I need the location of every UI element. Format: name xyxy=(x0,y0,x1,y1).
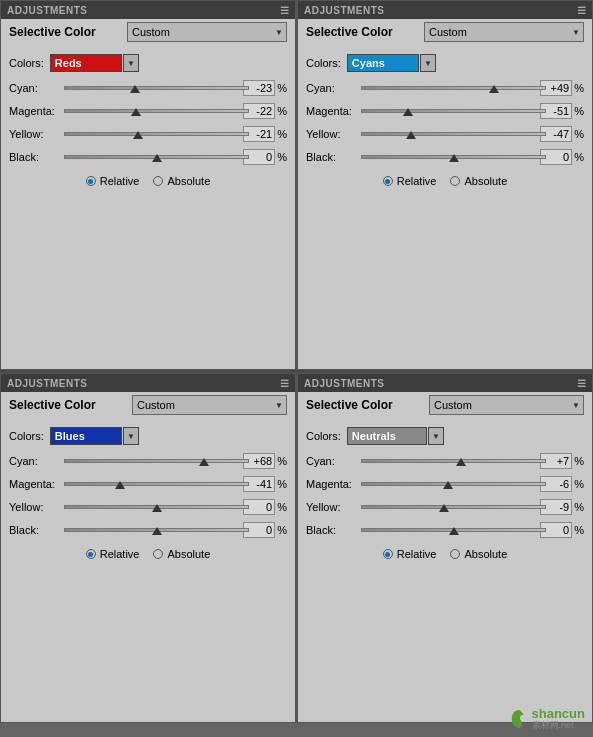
slider-row-magenta-3: Magenta: % xyxy=(9,476,287,492)
slider-track-black-3[interactable] xyxy=(64,523,249,537)
selective-color-label-3: Selective Color xyxy=(9,398,96,412)
radio-circle-absolute-3 xyxy=(153,549,163,559)
slider-row-yellow-2: Yellow: % xyxy=(306,126,584,142)
slider-row-cyan-3: Cyan: % xyxy=(9,453,287,469)
slider-track-cyan-3[interactable] xyxy=(64,454,249,468)
slider-pct-magenta-4: % xyxy=(574,478,584,490)
radio-absolute-3[interactable]: Absolute xyxy=(153,548,210,560)
color-swatch-4[interactable]: Neutrals xyxy=(347,427,427,445)
panel-menu-icon-4[interactable]: ☰ xyxy=(577,378,586,389)
slider-track-yellow-3[interactable] xyxy=(64,500,249,514)
slider-track-yellow-2[interactable] xyxy=(361,127,546,141)
preset-select-wrapper-3[interactable]: Custom ▼ xyxy=(132,395,287,415)
slider-pct-cyan-3: % xyxy=(277,455,287,467)
color-swatch-3[interactable]: Blues xyxy=(50,427,122,445)
preset-select-4[interactable]: Custom xyxy=(429,395,584,415)
slider-group-4: Cyan: % Magenta: xyxy=(306,453,584,538)
radio-absolute-4[interactable]: Absolute xyxy=(450,548,507,560)
slider-row-magenta-4: Magenta: % xyxy=(306,476,584,492)
slider-pct-cyan-2: % xyxy=(574,82,584,94)
slider-label-cyan-4: Cyan: xyxy=(306,455,361,467)
radio-relative-4[interactable]: Relative xyxy=(383,548,437,560)
slider-label-black-2: Black: xyxy=(306,151,361,163)
preset-select-2[interactable]: Custom xyxy=(424,22,584,42)
slider-pct-black-1: % xyxy=(277,151,287,163)
radio-relative-3[interactable]: Relative xyxy=(86,548,140,560)
panel-top-left: ADJUSTMENTS ☰ Selective Color Custom ▼ C… xyxy=(0,0,296,370)
slider-track-magenta-4[interactable] xyxy=(361,477,546,491)
slider-label-black-3: Black: xyxy=(9,524,64,536)
selective-color-label-1: Selective Color xyxy=(9,25,96,39)
preset-select-3[interactable]: Custom xyxy=(132,395,287,415)
color-dropdown-arrow-3[interactable]: ▼ xyxy=(123,427,139,445)
slider-track-cyan-2[interactable] xyxy=(361,81,546,95)
color-dropdown-arrow-2[interactable]: ▼ xyxy=(420,54,436,72)
radio-label-relative-1: Relative xyxy=(100,175,140,187)
color-swatch-2[interactable]: Cyans xyxy=(347,54,419,72)
colors-row-3: Colors: Blues ▼ xyxy=(9,427,287,445)
slider-track-black-2[interactable] xyxy=(361,150,546,164)
watermark-sub: 素材网 xyxy=(532,721,559,731)
slider-label-cyan-3: Cyan: xyxy=(9,455,64,467)
panel-header-title: ADJUSTMENTS xyxy=(7,5,88,16)
preset-select-wrapper-1[interactable]: Custom ▼ xyxy=(127,22,287,42)
watermark: shancun 素材网 .net xyxy=(508,707,585,731)
slider-track-magenta-1[interactable] xyxy=(64,104,249,118)
preset-select-1[interactable]: Custom xyxy=(127,22,287,42)
slider-pct-yellow-4: % xyxy=(574,501,584,513)
radio-label-relative-2: Relative xyxy=(397,175,437,187)
panel-top-right: ADJUSTMENTS ☰ Selective Color Custom ▼ C… xyxy=(296,0,593,370)
color-swatch-text-4: Neutrals xyxy=(352,430,396,442)
slider-row-black-1: Black: % xyxy=(9,149,287,165)
panel-menu-icon-3[interactable]: ☰ xyxy=(280,378,289,389)
slider-group-3: Cyan: % Magenta: xyxy=(9,453,287,538)
panel-menu-icon-2[interactable]: ☰ xyxy=(577,5,586,16)
slider-track-magenta-3[interactable] xyxy=(64,477,249,491)
color-swatch-text-1: Reds xyxy=(55,57,82,69)
panel-bottom-right: ADJUSTMENTS ☰ Selective Color Custom ▼ C… xyxy=(296,373,593,723)
slider-row-yellow-1: Yellow: % xyxy=(9,126,287,142)
radio-circle-relative-1 xyxy=(86,176,96,186)
slider-label-yellow-2: Yellow: xyxy=(306,128,361,140)
slider-track-yellow-4[interactable] xyxy=(361,500,546,514)
preset-select-wrapper-4[interactable]: Custom ▼ xyxy=(429,395,584,415)
color-dropdown-arrow-4[interactable]: ▼ xyxy=(428,427,444,445)
panel-header-bottom-right: ADJUSTMENTS ☰ xyxy=(298,374,592,392)
radio-circle-relative-3 xyxy=(86,549,96,559)
radio-row-3: Relative Absolute xyxy=(9,548,287,560)
colors-row-4: Colors: Neutrals ▼ xyxy=(306,427,584,445)
color-swatch-text-2: Cyans xyxy=(352,57,385,69)
slider-row-magenta-1: Magenta: % xyxy=(9,103,287,119)
slider-row-magenta-2: Magenta: % xyxy=(306,103,584,119)
slider-row-black-3: Black: % xyxy=(9,522,287,538)
colors-label-3: Colors: xyxy=(9,430,44,442)
color-swatch-1[interactable]: Reds xyxy=(50,54,122,72)
radio-relative-1[interactable]: Relative xyxy=(86,175,140,187)
colors-label-4: Colors: xyxy=(306,430,341,442)
slider-row-cyan-2: Cyan: % xyxy=(306,80,584,96)
slider-pct-black-3: % xyxy=(277,524,287,536)
preset-select-wrapper-2[interactable]: Custom ▼ xyxy=(424,22,584,42)
radio-absolute-1[interactable]: Absolute xyxy=(153,175,210,187)
slider-group-1: Cyan: % Magenta: xyxy=(9,80,287,165)
radio-relative-2[interactable]: Relative xyxy=(383,175,437,187)
slider-pct-cyan-4: % xyxy=(574,455,584,467)
color-dropdown-arrow-1[interactable]: ▼ xyxy=(123,54,139,72)
panel-menu-icon[interactable]: ☰ xyxy=(280,5,289,16)
radio-label-absolute-2: Absolute xyxy=(464,175,507,187)
slider-track-black-4[interactable] xyxy=(361,523,546,537)
slider-label-cyan-2: Cyan: xyxy=(306,82,361,94)
slider-track-yellow-1[interactable] xyxy=(64,127,249,141)
colors-row-2: Colors: Cyans ▼ xyxy=(306,54,584,72)
slider-track-cyan-4[interactable] xyxy=(361,454,546,468)
slider-track-magenta-2[interactable] xyxy=(361,104,546,118)
radio-circle-absolute-4 xyxy=(450,549,460,559)
radio-circle-absolute-1 xyxy=(153,176,163,186)
slider-track-black-1[interactable] xyxy=(64,150,249,164)
slider-label-black-1: Black: xyxy=(9,151,64,163)
panel-header-top-right: ADJUSTMENTS ☰ xyxy=(298,1,592,19)
selective-color-label-2: Selective Color xyxy=(306,25,393,39)
radio-absolute-2[interactable]: Absolute xyxy=(450,175,507,187)
slider-track-cyan-1[interactable] xyxy=(64,81,249,95)
slider-row-cyan-4: Cyan: % xyxy=(306,453,584,469)
